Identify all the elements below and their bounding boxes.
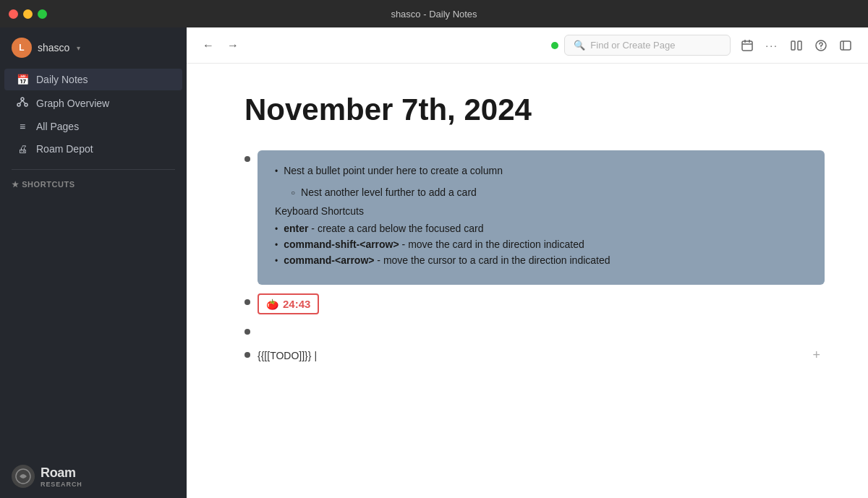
svg-rect-6 — [742, 41, 752, 51]
user-avatar: L — [12, 38, 32, 58]
bullet-dot — [244, 329, 250, 335]
list-item: • command-shift-<arrow> - move the card … — [275, 239, 807, 250]
graph-icon — [16, 96, 29, 110]
app-layout: L shasco ▾ 📅 Daily Notes — [0, 27, 868, 498]
list-item: • enter - create a card below the focuse… — [275, 223, 807, 234]
sidebar: L shasco ▾ 📅 Daily Notes — [0, 27, 187, 498]
window-title: shasco - Daily Notes — [391, 9, 477, 20]
card-sub-list: ○ Nest another level further to add a ca… — [291, 186, 807, 198]
maximize-button[interactable] — [38, 9, 47, 19]
empty-bullet[interactable] — [258, 323, 825, 338]
sidebar-item-graph-overview[interactable]: Graph Overview — [4, 91, 182, 115]
list-item — [244, 323, 825, 338]
svg-point-13 — [820, 48, 822, 49]
list-item: • Nest a bullet point under here to crea… — [275, 165, 807, 176]
sidebar-nav: 📅 Daily Notes Graph Overview ≡ All — [0, 65, 187, 163]
shortcut-list: • enter - create a card below the focuse… — [275, 223, 807, 266]
card-nested-list: • Nest a bullet point under here to crea… — [275, 165, 807, 176]
roam-logo-icon — [12, 465, 35, 488]
search-placeholder: Find or Create Page — [590, 40, 675, 51]
user-name: shasco — [38, 42, 69, 53]
minimize-button[interactable] — [23, 9, 33, 19]
card-content: • Nest a bullet point under here to crea… — [258, 150, 825, 285]
columns-button[interactable] — [786, 36, 807, 55]
svg-point-0 — [21, 98, 24, 100]
toolbar: ← → 🔍 Find or Create Page — [187, 27, 868, 64]
svg-rect-14 — [841, 41, 851, 50]
sidebar-divider — [12, 169, 175, 170]
back-button[interactable]: ← — [198, 36, 218, 55]
todo-content: {{[[TODO]]}} + — [258, 346, 825, 364]
depot-icon: 🖨 — [16, 143, 29, 155]
list-item: ○ Nest another level further to add a ca… — [291, 186, 807, 198]
list-item: • command-<arrow> - move the cursor to a… — [275, 254, 807, 266]
svg-rect-11 — [798, 41, 801, 50]
bullet-dot — [244, 352, 250, 358]
sync-status-dot — [551, 42, 558, 49]
pages-icon: ≡ — [16, 121, 29, 132]
calendar-view-button[interactable] — [736, 36, 758, 55]
traffic-lights — [9, 9, 47, 19]
main-content: ← → 🔍 Find or Create Page — [187, 27, 868, 498]
card-block: • Nest a bullet point under here to crea… — [258, 150, 825, 285]
shortcuts-title: Keyboard Shortcuts — [275, 205, 807, 217]
list-item: • Nest a bullet point under here to crea… — [244, 150, 825, 285]
timer-display: 24:43 — [283, 298, 310, 310]
search-icon: 🔍 — [574, 40, 585, 51]
forward-button[interactable]: → — [223, 36, 243, 55]
close-button[interactable] — [9, 9, 18, 19]
todo-text[interactable]: {{[[TODO]]}} — [258, 350, 317, 361]
roam-brand: Roam RESEARCH — [41, 465, 82, 488]
nav-buttons: ← → — [198, 36, 243, 55]
sidebar-item-label: Graph Overview — [36, 98, 109, 109]
sidebar-item-roam-depot[interactable]: 🖨 Roam Depot — [4, 138, 182, 160]
help-button[interactable] — [810, 36, 832, 55]
svg-rect-10 — [791, 41, 795, 50]
pomodoro-content: 🍅 24:43 — [258, 293, 825, 314]
pomodoro-timer[interactable]: 🍅 24:43 — [258, 293, 319, 314]
toolbar-icons: ··· — [736, 36, 856, 55]
bullet-dot — [244, 156, 250, 162]
svg-line-3 — [20, 100, 22, 104]
page-title: November 7th, 2024 — [244, 93, 825, 127]
tomato-icon: 🍅 — [266, 299, 278, 310]
search-bar[interactable]: 🔍 Find or Create Page — [564, 35, 731, 56]
list-item: 🍅 24:43 — [244, 293, 825, 314]
sidebar-item-all-pages[interactable]: ≡ All Pages — [4, 116, 182, 137]
list-item: {{[[TODO]]}} + — [244, 346, 825, 364]
sidebar-item-label: Roam Depot — [36, 143, 93, 155]
add-block-button[interactable]: + — [808, 346, 825, 364]
user-menu[interactable]: L shasco ▾ — [0, 27, 187, 65]
sidebar-item-label: All Pages — [36, 121, 79, 132]
sidebar-item-label: Daily Notes — [36, 74, 88, 85]
chevron-down-icon: ▾ — [77, 44, 80, 52]
sidebar-footer: Roam RESEARCH — [0, 455, 187, 498]
more-options-button[interactable]: ··· — [761, 37, 783, 54]
titlebar: shasco - Daily Notes — [0, 0, 868, 27]
bullet-dot — [244, 299, 250, 305]
sidebar-item-daily-notes[interactable]: 📅 Daily Notes — [4, 69, 182, 90]
bullet-list: • Nest a bullet point under here to crea… — [244, 150, 825, 364]
calendar-icon: 📅 — [16, 74, 29, 85]
page-content[interactable]: November 7th, 2024 • Nest a bullet point… — [187, 64, 868, 498]
shortcuts-label: ★ SHORTCUTS — [0, 176, 187, 192]
sidebar-toggle-button[interactable] — [835, 36, 856, 55]
svg-line-4 — [22, 100, 25, 104]
